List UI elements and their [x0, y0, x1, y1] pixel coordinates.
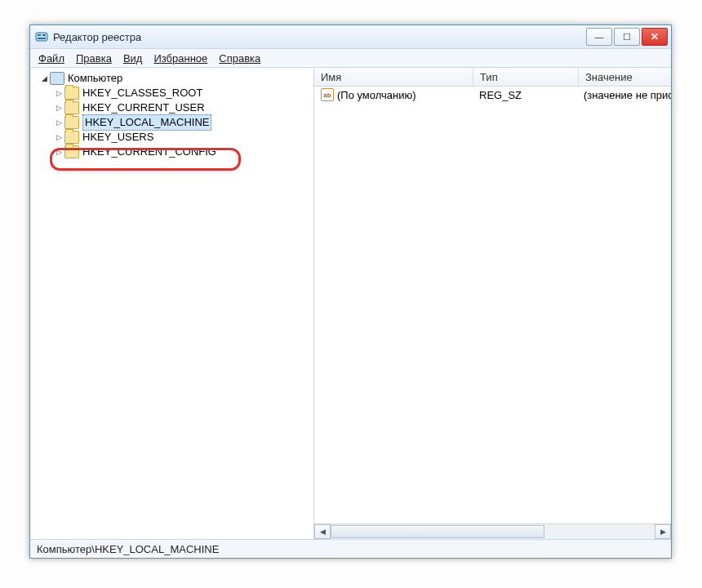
menu-help[interactable]: Справка [219, 52, 260, 65]
value-list: Имя Тип Значение ab (По умолчанию) REG_S… [314, 68, 671, 539]
menu-file[interactable]: Файл [38, 52, 64, 65]
expand-icon[interactable]: ▷ [55, 104, 63, 112]
tree-label: HKEY_LOCAL_MACHINE [82, 114, 211, 131]
expand-icon[interactable]: ▷ [55, 89, 63, 97]
computer-icon [50, 72, 64, 85]
scroll-left-button[interactable]: ◀ [314, 524, 331, 539]
tree-node-hkcu[interactable]: ▷ HKEY_CURRENT_USER [30, 100, 313, 115]
expand-icon[interactable]: ◢ [40, 74, 48, 82]
status-text: Компьютер\HKEY_LOCAL_MACHINE [37, 543, 219, 555]
regedit-window: Редактор реестра — ☐ ✕ Файл Правка Вид И… [29, 24, 672, 559]
menu-edit[interactable]: Правка [76, 52, 112, 65]
app-icon [35, 30, 48, 43]
scroll-track[interactable] [331, 525, 655, 538]
tree-node-hku[interactable]: ▷ HKEY_USERS [30, 130, 313, 145]
list-row[interactable]: ab (По умолчанию) REG_SZ (значение не пр… [314, 87, 671, 103]
maximize-button[interactable]: ☐ [614, 28, 640, 46]
tree-label: HKEY_CURRENT_CONFIG [82, 145, 216, 159]
scroll-thumb[interactable] [331, 525, 544, 538]
tree-node-hklm[interactable]: ▷ HKEY_LOCAL_MACHINE [30, 115, 313, 130]
scroll-right-button[interactable]: ▶ [655, 524, 671, 539]
tree-node-computer[interactable]: ◢ Компьютер [30, 71, 313, 86]
tree-label: HKEY_USERS [82, 130, 153, 145]
tree-node-hkcc[interactable]: ▷ HKEY_CURRENT_CONFIG [30, 145, 313, 159]
tree-label: HKEY_CURRENT_USER [82, 100, 205, 115]
close-button[interactable]: ✕ [642, 28, 668, 46]
cell-value: (значение не присво [577, 89, 671, 101]
expand-icon[interactable]: ▷ [55, 118, 63, 127]
registry-tree[interactable]: ◢ Компьютер ▷ HKEY_CLASSES_ROOT ▷ HKEY_C… [30, 68, 314, 539]
tree-label: Компьютер [68, 71, 122, 86]
svg-rect-0 [36, 33, 47, 41]
window-title: Редактор реестра [53, 31, 586, 43]
status-bar: Компьютер\HKEY_LOCAL_MACHINE [30, 539, 671, 558]
minimize-button[interactable]: — [586, 28, 612, 46]
list-header: Имя Тип Значение [314, 68, 671, 87]
header-type[interactable]: Тип [473, 68, 579, 86]
tree-label: HKEY_CLASSES_ROOT [82, 86, 202, 100]
svg-rect-1 [38, 34, 41, 36]
tree-node-hkcr[interactable]: ▷ HKEY_CLASSES_ROOT [30, 86, 313, 100]
string-value-icon: ab [321, 88, 334, 101]
folder-icon [64, 145, 79, 158]
expand-icon[interactable]: ▷ [55, 133, 63, 141]
list-rows[interactable]: ab (По умолчанию) REG_SZ (значение не пр… [314, 87, 671, 523]
svg-rect-3 [38, 38, 46, 39]
folder-icon [64, 116, 79, 129]
horizontal-scrollbar[interactable]: ◀ ▶ [314, 523, 671, 539]
folder-icon [64, 101, 79, 114]
svg-rect-2 [42, 34, 46, 36]
menu-view[interactable]: Вид [123, 52, 143, 65]
cell-type: REG_SZ [473, 89, 577, 101]
menu-favorites[interactable]: Избранное [153, 52, 207, 65]
title-bar[interactable]: Редактор реестра — ☐ ✕ [30, 25, 671, 48]
cell-name: (По умолчанию) [337, 89, 416, 101]
header-value[interactable]: Значение [579, 68, 671, 86]
menu-bar: Файл Правка Вид Избранное Справка [30, 48, 671, 68]
folder-icon [64, 131, 79, 144]
folder-icon [64, 87, 79, 100]
header-name[interactable]: Имя [314, 68, 473, 86]
client-area: ◢ Компьютер ▷ HKEY_CLASSES_ROOT ▷ HKEY_C… [30, 68, 671, 539]
expand-icon[interactable]: ▷ [55, 148, 63, 156]
